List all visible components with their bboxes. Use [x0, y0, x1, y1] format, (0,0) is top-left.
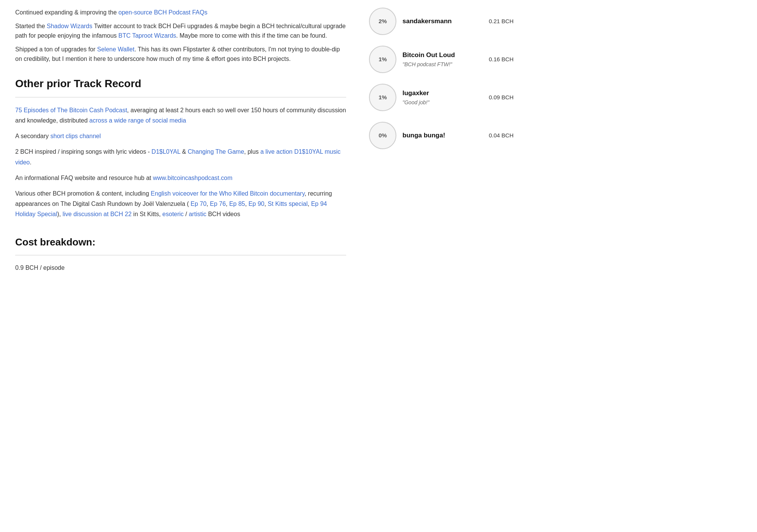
esoteric-link[interactable]: esoteric	[162, 211, 184, 217]
track-record-item-3: 2 BCH inspired / inspiring songs with ly…	[15, 147, 346, 167]
contributor-amount-3: 0.09 BCH	[489, 93, 514, 102]
live-discussion-link[interactable]: live discussion at BCH 22	[63, 211, 132, 217]
contributor-lugaxker: 1% lugaxker "Good job!" 0.09 BCH	[369, 84, 514, 111]
contributor-sandakersmann: 2% sandakersmann 0.21 BCH	[369, 8, 514, 35]
intro-para-3: Shipped a ton of upgrades for Selene Wal…	[15, 45, 346, 64]
short-clips-channel-link[interactable]: short clips channel	[51, 133, 101, 139]
ep90-link[interactable]: Ep 90	[248, 201, 264, 207]
contributor-percent-4: 0%	[378, 131, 387, 140]
sidebar: 2% sandakersmann 0.21 BCH 1% Bitcoin Out…	[369, 0, 514, 280]
open-source-faq-link[interactable]: open-source BCH Podcast FAQs	[118, 9, 207, 16]
ep85-link[interactable]: Ep 85	[229, 201, 245, 207]
main-content: Continued expanding & improving the open…	[15, 0, 346, 280]
contributor-amount-4: 0.04 BCH	[489, 131, 514, 140]
contributor-name-4: bunga bunga!	[402, 130, 483, 140]
section-divider	[15, 97, 346, 97]
contributor-name-1: sandakersmann	[402, 16, 483, 26]
contributor-percent-1: 2%	[378, 17, 387, 26]
contributor-info-1: sandakersmann	[402, 16, 483, 26]
st-kitts-special-link[interactable]: St Kitts special	[268, 201, 308, 207]
english-voiceover-link[interactable]: English voiceover for the Who Killed Bit…	[151, 190, 304, 197]
track-record-content: 75 Episodes of The Bitcoin Cash Podcast,…	[15, 105, 346, 220]
d1sl0yal-link[interactable]: D1$L0YAL	[151, 148, 180, 155]
contributor-name-2: Bitcoin Out Loud	[402, 50, 483, 60]
contributor-name-3: lugaxker	[402, 88, 483, 98]
cost-divider	[15, 255, 346, 255]
contributor-percent-3: 1%	[378, 93, 387, 102]
ep70-link[interactable]: Ep 70	[191, 201, 207, 207]
contributor-bitcoin-out-loud: 1% Bitcoin Out Loud "BCH podcast FTW!" 0…	[369, 46, 514, 73]
social-media-link[interactable]: across a wide range of social media	[89, 117, 186, 124]
contributor-quote-3: "Good job!"	[402, 98, 483, 107]
page-container: Continued expanding & improving the open…	[0, 0, 757, 280]
btc-taproot-wizards-link[interactable]: BTC Taproot Wizards	[118, 32, 176, 39]
shadow-wizards-link[interactable]: Shadow Wizards	[47, 23, 92, 29]
contributor-amount-2: 0.16 BCH	[489, 55, 514, 64]
contributor-info-2: Bitcoin Out Loud "BCH podcast FTW!"	[402, 50, 483, 69]
ep76-link[interactable]: Ep 76	[210, 201, 226, 207]
contributor-bunga-bunga: 0% bunga bunga! 0.04 BCH	[369, 122, 514, 149]
contributor-quote-2: "BCH podcast FTW!"	[402, 60, 483, 68]
intro-para-1: Continued expanding & improving the open…	[15, 8, 346, 18]
contributor-amount-1: 0.21 BCH	[489, 17, 514, 26]
contributor-info-3: lugaxker "Good job!"	[402, 88, 483, 107]
bitcoincashpodcast-link[interactable]: www.bitcoincashpodcast.com	[153, 175, 232, 181]
selene-wallet-link[interactable]: Selene Wallet	[97, 46, 134, 53]
contributor-circle-4: 0%	[369, 122, 396, 149]
bitcoin-cash-podcast-episodes-link[interactable]: 75 Episodes of The Bitcoin Cash Podcast	[15, 107, 127, 113]
contributor-info-4: bunga bunga!	[402, 130, 483, 140]
intro-para-2: Started the Shadow Wizards Twitter accou…	[15, 21, 346, 41]
track-record-item-4: An informational FAQ website and resourc…	[15, 173, 346, 183]
artistic-link[interactable]: artistic	[189, 211, 206, 217]
changing-the-game-link[interactable]: Changing The Game	[188, 148, 244, 155]
track-record-item-2: A secondary short clips channel	[15, 131, 346, 141]
contributor-circle-1: 2%	[369, 8, 396, 35]
contributor-percent-2: 1%	[378, 55, 387, 64]
track-record-heading: Other prior Track Record	[15, 75, 346, 92]
cost-breakdown-heading: Cost breakdown:	[15, 234, 346, 250]
cost-per-episode: 0.9 BCH / episode	[15, 263, 346, 273]
track-record-item-1: 75 Episodes of The Bitcoin Cash Podcast,…	[15, 105, 346, 126]
contributor-circle-2: 1%	[369, 46, 396, 73]
track-record-item-5: Various other BCH promotion & content, i…	[15, 188, 346, 220]
contributor-circle-3: 1%	[369, 84, 396, 111]
